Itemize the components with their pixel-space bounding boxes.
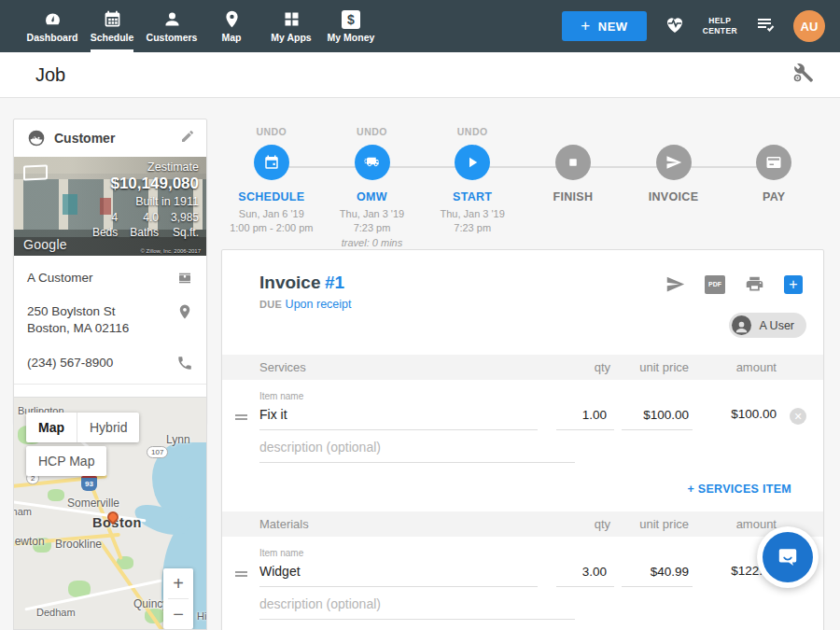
invoice-number: #1 [325,273,344,292]
materials-item-row: Item name $122.97 ✕ [222,537,823,620]
invoice-card: Invoice #1 DUE Upon receipt PDF + A User [221,249,824,630]
print-icon[interactable] [745,274,764,294]
nav-label: Customers [147,32,198,43]
job-tools-icon[interactable] [791,62,814,88]
undo-button[interactable]: UNDO [357,126,387,139]
location-pin-icon[interactable] [176,303,193,320]
stat-beds: 4Beds [92,211,118,240]
assignee-chip[interactable]: A User [729,313,806,338]
drag-handle-icon[interactable] [235,569,259,587]
step-label: OMW [357,190,387,203]
help-center-line2: CENTER [703,26,737,36]
customers-icon [162,9,182,29]
add-invoice-icon[interactable]: + [784,275,803,294]
map-label-brookline: Brookline [55,538,102,551]
service-description-input[interactable] [259,434,575,463]
customer-phone: (234) 567-8900 [27,355,176,371]
due-terms-link[interactable]: Upon receipt [286,298,352,311]
map-pin-icon [222,9,242,29]
qty-column-header: qty [553,360,618,374]
pdf-icon[interactable]: PDF [705,275,725,294]
schedule-step-button[interactable] [254,145,289,180]
edit-pencil-icon[interactable] [180,129,195,147]
nav-item-my-money[interactable]: $ My Money [321,0,381,52]
map-widget[interactable]: Burlington Lynn Waltham Somerville Bosto… [13,397,207,630]
timeline-step-pay: PAY [723,126,824,250]
finish-step-button[interactable] [555,145,591,180]
drag-handle-icon[interactable] [235,413,259,430]
omw-step-button[interactable] [355,145,390,180]
assignee-name: A User [759,319,794,332]
invoice-actions: PDF + [665,274,803,294]
property-stats: 4Beds 4.0Baths 3,985Sq.ft. [92,211,199,240]
contact-card-icon[interactable] [176,270,193,287]
item-name-label: Item name [259,391,538,401]
step-dates: Sun, Jan 6 '191:00 pm - 2:00 pm [230,207,313,236]
send-icon [665,154,682,171]
nav-item-schedule[interactable]: Schedule [82,0,142,52]
schedule-icon [103,9,122,29]
help-center-link[interactable]: HELP CENTER [703,16,737,35]
chat-launcher-button[interactable] [757,526,819,588]
add-services-item-button[interactable]: + SERVICES ITEM [687,483,791,496]
send-invoice-icon[interactable] [665,274,685,294]
invoice-header: Invoice #1 DUE Upon receipt PDF + A User [222,250,823,355]
nav-label: My Money [328,32,375,43]
undo-button[interactable]: UNDO [457,126,488,139]
user-avatar[interactable]: AU [793,10,825,42]
zestimate-value: $10,149,080 [92,175,199,193]
checklist-icon[interactable] [754,13,777,39]
pay-step-button[interactable] [756,145,791,180]
new-button[interactable]: + NEW [562,11,646,41]
service-unit-price-input[interactable] [622,402,693,430]
invoice-step-button[interactable] [656,145,692,180]
material-description-input[interactable] [259,591,575,620]
customer-address-row: 250 Boylston St Boston, MA 02116 [14,295,206,345]
services-section-header: Services qty unit price amount [222,355,823,380]
nav-item-dashboard[interactable]: Dashboard [22,0,82,52]
map-label-dedham: Dedham [36,607,76,618]
travel-time: travel: 0 mins [340,236,404,250]
play-icon [464,154,481,171]
material-qty-input[interactable] [556,559,614,587]
undo-button[interactable]: UNDO [256,126,287,139]
delete-item-icon[interactable]: ✕ [790,408,806,425]
service-item-name-input[interactable] [259,401,538,430]
map-type-button-map[interactable]: Map [26,413,77,442]
property-photo[interactable]: Zestimate $10,149,080 Built in 1911 4Bed… [14,157,206,256]
service-qty-input[interactable] [556,402,614,430]
services-item-row: Item name $100.00 ✕ [222,380,823,463]
materials-section-header: Materials qty unit price amount [222,511,823,537]
nav-item-my-apps[interactable]: My Apps [261,0,321,52]
unit-price-column-header: unit price [618,360,693,374]
service-amount: $100.00 [693,407,782,430]
item-name-label: Item name [259,548,538,558]
nav-label: Schedule [91,32,134,43]
map-label-somerville: Somerville [67,497,119,510]
zoom-out-button[interactable]: − [163,599,193,629]
content-area: Customer Zestimate $10,149,080 Built in … [0,98,840,630]
nav-item-map[interactable]: Map [202,0,261,52]
material-unit-price-input[interactable] [622,559,693,587]
streetview-expand-icon[interactable] [23,164,48,180]
customer-phone-row: (234) 567-8900 [14,346,206,380]
built-year: Built in 1911 [92,195,199,208]
section-title: Materials [259,517,553,531]
nav-item-customers[interactable]: Customers [142,0,202,52]
map-label-lynn: Lynn [166,433,190,446]
step-label: PAY [763,190,786,203]
material-item-name-input[interactable] [259,558,538,587]
map-label-waltham: Waltham [13,506,32,517]
start-step-button[interactable] [455,145,490,180]
map-zoom-control: + − [163,568,193,629]
step-dates: Thu, Jan 3 '197:23 pm [440,207,504,236]
assignee-avatar-icon [732,315,751,335]
map-type-button-hcp[interactable]: HCP Map [26,446,106,476]
map-park [48,489,64,501]
map-label-newton: Newton [13,535,45,548]
map-type-button-hybrid[interactable]: Hybrid [77,413,139,442]
stat-sqft: 3,985Sq.ft. [171,211,199,240]
phone-icon[interactable] [176,355,193,371]
zoom-in-button[interactable]: + [163,568,193,598]
heart-pulse-icon[interactable] [664,13,686,39]
